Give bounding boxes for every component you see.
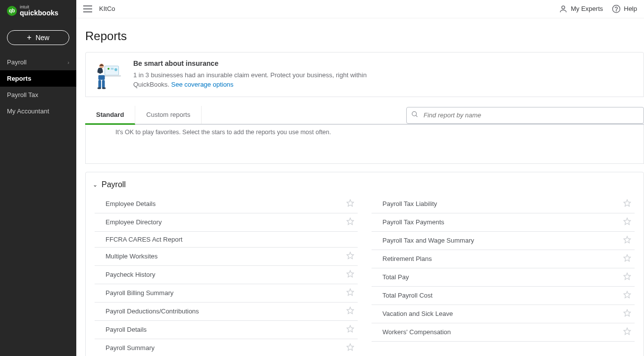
star-icon[interactable] bbox=[623, 291, 632, 301]
star-icon[interactable] bbox=[346, 306, 355, 316]
svg-marker-23 bbox=[347, 344, 353, 350]
sidebar-item-payroll-tax[interactable]: Payroll Tax bbox=[0, 87, 76, 103]
report-col-right: Payroll Tax LiabilityPayroll Tax Payment… bbox=[372, 195, 635, 356]
report-link[interactable]: Retirement Plans bbox=[382, 255, 432, 262]
svg-marker-27 bbox=[624, 254, 630, 261]
topbar-right: My Experts Help bbox=[559, 4, 637, 13]
side-nav: Payroll › Reports Payroll Tax My Account… bbox=[0, 54, 76, 119]
company-name[interactable]: KItCo bbox=[99, 5, 115, 12]
new-button[interactable]: + New bbox=[7, 30, 69, 45]
svg-marker-25 bbox=[624, 218, 630, 224]
section-header[interactable]: ⌄ Payroll bbox=[93, 180, 635, 189]
help-icon bbox=[612, 4, 621, 13]
star-icon[interactable] bbox=[623, 199, 632, 209]
svg-marker-30 bbox=[624, 309, 630, 316]
report-row: FFCRA CARES Act Report bbox=[95, 232, 358, 248]
star-icon[interactable] bbox=[623, 254, 632, 264]
logo[interactable]: qb intuit quickbooks bbox=[0, 0, 76, 21]
svg-point-5 bbox=[107, 68, 109, 70]
search-input[interactable] bbox=[406, 107, 644, 124]
report-link[interactable]: Vacation and Sick Leave bbox=[382, 310, 453, 317]
section-title: Payroll bbox=[102, 180, 126, 189]
help-label: Help bbox=[624, 5, 637, 12]
star-icon[interactable] bbox=[346, 288, 355, 298]
sidebar-item-payroll[interactable]: Payroll › bbox=[0, 54, 76, 70]
report-link[interactable]: Payroll Summary bbox=[106, 344, 155, 352]
favorites-box: It's OK to play favorites. Select the st… bbox=[85, 125, 644, 164]
svg-marker-22 bbox=[347, 325, 353, 332]
report-link[interactable]: Payroll Tax Liability bbox=[382, 200, 437, 207]
report-link[interactable]: Payroll Tax Payments bbox=[382, 218, 444, 226]
help-link[interactable]: Help bbox=[612, 4, 637, 13]
star-icon[interactable] bbox=[623, 309, 632, 319]
report-row: Payroll Tax and Wage Summary bbox=[372, 232, 635, 250]
report-link[interactable]: Payroll Billing Summary bbox=[106, 289, 173, 297]
banner-illustration bbox=[95, 59, 124, 89]
star-icon[interactable] bbox=[623, 236, 632, 246]
report-row: Payroll Details bbox=[95, 321, 358, 339]
svg-marker-21 bbox=[347, 307, 353, 313]
star-icon[interactable] bbox=[623, 327, 632, 337]
report-row: Workers' Compensation bbox=[372, 323, 635, 342]
svg-rect-4 bbox=[103, 75, 121, 76]
svg-line-15 bbox=[416, 115, 417, 117]
banner-link[interactable]: See coverage options bbox=[171, 81, 234, 88]
topbar-left: KItCo bbox=[83, 5, 115, 12]
my-experts-link[interactable]: My Experts bbox=[559, 4, 603, 13]
star-icon[interactable] bbox=[623, 272, 632, 282]
star-icon[interactable] bbox=[346, 270, 355, 280]
star-icon[interactable] bbox=[346, 343, 355, 353]
page-title: Reports bbox=[85, 29, 644, 52]
report-row: Employee Directory bbox=[95, 213, 358, 232]
report-link[interactable]: Payroll Deductions/Contributions bbox=[106, 307, 199, 315]
menu-icon[interactable] bbox=[83, 5, 92, 12]
report-link[interactable]: Payroll Details bbox=[106, 326, 147, 333]
chevron-down-icon: ⌄ bbox=[93, 181, 98, 188]
svg-marker-17 bbox=[347, 218, 353, 224]
tab-standard[interactable]: Standard bbox=[85, 106, 135, 125]
report-link[interactable]: Total Payroll Cost bbox=[382, 292, 432, 299]
report-row: Total Payroll Cost bbox=[372, 287, 635, 305]
chevron-right-icon: › bbox=[67, 59, 69, 65]
report-link[interactable]: Workers' Compensation bbox=[382, 328, 451, 336]
tabs: Standard Custom reports bbox=[85, 106, 202, 124]
star-icon[interactable] bbox=[346, 325, 355, 335]
report-link[interactable]: Multiple Worksites bbox=[106, 253, 158, 260]
report-link[interactable]: Payroll Tax and Wage Summary bbox=[382, 237, 474, 244]
report-row: Payroll Deductions/Contributions bbox=[95, 303, 358, 321]
svg-point-0 bbox=[562, 6, 565, 9]
svg-marker-20 bbox=[347, 289, 353, 295]
star-icon[interactable] bbox=[346, 217, 355, 227]
svg-point-1 bbox=[613, 5, 620, 12]
tab-custom-reports[interactable]: Custom reports bbox=[135, 106, 202, 124]
topbar: KItCo My Experts Help bbox=[76, 0, 644, 18]
sidebar-item-label: My Accountant bbox=[7, 107, 49, 115]
sidebar-item-my-accountant[interactable]: My Accountant bbox=[0, 103, 76, 119]
logo-mark-icon: qb bbox=[7, 6, 17, 16]
banner-text: 1 in 3 businesses had an insurable claim… bbox=[133, 70, 391, 90]
report-link[interactable]: Employee Directory bbox=[106, 218, 161, 226]
my-experts-label: My Experts bbox=[571, 5, 603, 12]
svg-point-13 bbox=[102, 87, 106, 89]
report-row: Payroll Tax Liability bbox=[372, 195, 635, 213]
report-link[interactable]: Employee Details bbox=[106, 200, 156, 207]
sidebar-item-reports[interactable]: Reports bbox=[0, 70, 76, 87]
svg-marker-28 bbox=[624, 273, 630, 279]
star-icon[interactable] bbox=[346, 199, 355, 209]
svg-marker-19 bbox=[347, 270, 353, 277]
star-icon[interactable] bbox=[623, 217, 632, 227]
favorites-hint: It's OK to play favorites. Select the st… bbox=[115, 129, 331, 136]
sidebar-item-label: Reports bbox=[7, 75, 31, 82]
tabs-row: Standard Custom reports bbox=[85, 106, 644, 125]
banner-body: Be smart about insurance 1 in 3 business… bbox=[133, 59, 391, 90]
report-row: Payroll Billing Summary bbox=[95, 284, 358, 303]
svg-rect-6 bbox=[111, 68, 114, 70]
star-icon[interactable] bbox=[346, 252, 355, 261]
svg-rect-9 bbox=[98, 75, 105, 79]
report-link[interactable]: FFCRA CARES Act Report bbox=[106, 236, 182, 243]
report-link[interactable]: Total Pay bbox=[382, 273, 409, 281]
report-link[interactable]: Paycheck History bbox=[106, 271, 155, 278]
content: Reports bbox=[76, 18, 644, 356]
new-button-label: New bbox=[36, 34, 50, 42]
report-row: Multiple Worksites bbox=[95, 248, 358, 266]
